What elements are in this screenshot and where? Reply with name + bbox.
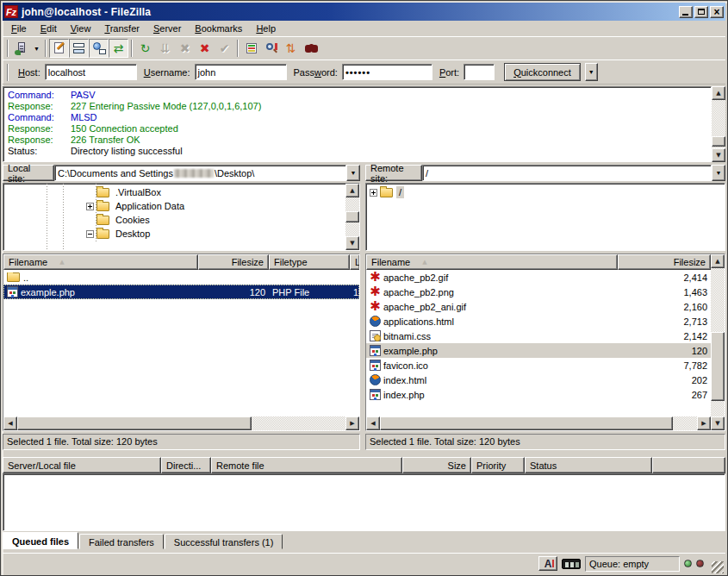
file-row[interactable]: applications.html2,713	[366, 314, 711, 329]
toggle-remote-tree-button[interactable]	[89, 39, 109, 58]
cancel-button[interactable]: ✖	[175, 39, 195, 58]
collapse-icon[interactable]	[86, 230, 94, 238]
expand-icon[interactable]	[370, 189, 377, 197]
host-input[interactable]: localhost	[45, 64, 137, 80]
resize-grip[interactable]	[712, 561, 724, 573]
column-header-filetype[interactable]: Filetype	[269, 254, 350, 270]
port-input[interactable]	[464, 64, 495, 80]
scroll-left-button[interactable]: ◀	[3, 416, 17, 430]
file-row[interactable]: bitnami.css2,142	[366, 329, 711, 343]
remote-site-combo[interactable]: / ▼	[422, 165, 725, 181]
filter-button[interactable]	[241, 39, 261, 58]
scroll-down-button[interactable]: ▼	[345, 236, 359, 250]
queue-column-server-local-file[interactable]: Server/Local file	[3, 457, 161, 473]
queue-column-size[interactable]: Size	[402, 457, 471, 473]
chevron-down-icon: ▼	[351, 170, 357, 176]
refresh-button[interactable]: ↻	[135, 39, 155, 58]
tree-item-cookies[interactable]: Cookies	[3, 213, 345, 227]
queue-column-priority[interactable]: Priority	[471, 457, 525, 473]
username-input[interactable]: john	[195, 64, 287, 80]
password-input[interactable]: ••••••	[342, 64, 432, 80]
local-site-path[interactable]: C:\Documents and Settings\Desktop\	[54, 165, 346, 181]
scroll-right-button[interactable]: ▶	[697, 416, 711, 430]
column-header-label: Filesize	[674, 257, 706, 267]
file-row[interactable]: example.php120	[366, 343, 711, 358]
column-header-filesize[interactable]: Filesize	[618, 254, 711, 270]
tab-failed-transfers[interactable]: Failed transfers	[79, 534, 164, 549]
local-list-hscrollbar[interactable]: ◀ ▶	[3, 416, 359, 430]
file-row[interactable]: ✱apache_pb2.png1,463	[366, 285, 711, 299]
scroll-up-button[interactable]: ▲	[711, 254, 725, 268]
remote-list-hscrollbar[interactable]: ◀ ▶	[366, 416, 711, 430]
folder-icon	[96, 202, 109, 211]
quickconnect-dropdown-button[interactable]: ▼	[585, 63, 598, 81]
reconnect-button[interactable]: ✔	[215, 39, 234, 58]
menu-item-file[interactable]: File	[4, 22, 34, 35]
local-tree-scrollbar[interactable]: ▲ ▼	[345, 184, 359, 250]
remote-site-path[interactable]: /	[422, 165, 712, 181]
file-row[interactable]: favicon.ico7,782	[366, 358, 711, 373]
scroll-thumb[interactable]	[712, 136, 725, 147]
remote-list-scrollbar[interactable]: ▲ ▼	[711, 254, 725, 430]
queue-column-directi-[interactable]: Directi...	[161, 457, 211, 473]
tab-successful-transfers-1-[interactable]: Successful transfers (1)	[165, 534, 283, 549]
file-row[interactable]: ..	[3, 270, 359, 285]
column-header-l[interactable]: L	[350, 254, 359, 270]
site-manager-dropdown-button[interactable]: ▼	[31, 39, 42, 58]
expand-icon[interactable]	[86, 203, 94, 210]
menu-item-server[interactable]: Server	[146, 22, 188, 35]
file-row[interactable]: index.php267	[366, 387, 711, 402]
scroll-thumb[interactable]	[711, 332, 725, 401]
close-button[interactable]: ×	[710, 6, 724, 18]
local-site-dropdown-button[interactable]: ▼	[346, 165, 360, 181]
message-log-scrollbar[interactable]: ▲ ▼	[712, 86, 725, 162]
scroll-up-button[interactable]: ▲	[345, 184, 359, 197]
queue-column-status[interactable]: Status	[525, 457, 652, 473]
scroll-up-button[interactable]: ▲	[712, 86, 725, 100]
tree-item--virtualbox[interactable]: .VirtualBox	[3, 185, 345, 199]
column-header-filename[interactable]: Filename▲	[366, 254, 618, 270]
site-manager-button[interactable]	[11, 39, 31, 58]
menu-item-view[interactable]: View	[64, 22, 98, 35]
sync-browsing-button[interactable]: ⇅	[281, 39, 301, 58]
scroll-thumb[interactable]	[380, 416, 673, 430]
menu-item-edit[interactable]: Edit	[34, 22, 64, 35]
toggle-message-log-button[interactable]	[49, 39, 69, 58]
tree-item-desktop[interactable]: Desktop	[3, 227, 345, 241]
scroll-left-button[interactable]: ◀	[366, 416, 380, 430]
file-row[interactable]: example.php120PHP File1	[3, 285, 359, 299]
remote-site-dropdown-button[interactable]: ▼	[712, 165, 725, 181]
scroll-thumb[interactable]	[17, 416, 252, 430]
scroll-right-button[interactable]: ▶	[345, 416, 359, 430]
quickconnect-button[interactable]: Quickconnect	[504, 63, 581, 81]
tree-item--[interactable]: /	[366, 185, 725, 199]
tree-item-application-data[interactable]: Application Data	[3, 199, 345, 213]
file-row[interactable]: ✱apache_pb2_ani.gif2,160	[366, 299, 711, 314]
menu-item-bookmarks[interactable]: Bookmarks	[188, 22, 249, 35]
local-site-combo[interactable]: C:\Documents and Settings\Desktop\ ▼	[54, 165, 360, 181]
minimize-button[interactable]	[679, 6, 693, 18]
disconnect-button[interactable]: ✖	[195, 39, 215, 58]
toggle-transfer-queue-button[interactable]: ⇄	[109, 39, 128, 58]
column-header-filename[interactable]: Filename▲	[3, 254, 198, 270]
local-file-list: ..example.php120PHP File1	[3, 270, 359, 416]
maximize-button[interactable]	[694, 6, 708, 18]
queue-column-remote-file[interactable]: Remote file	[211, 457, 402, 473]
scroll-thumb[interactable]	[345, 211, 359, 222]
scroll-down-button[interactable]: ▼	[711, 416, 725, 430]
menu-item-help[interactable]: Help	[249, 22, 283, 35]
speed-limit-indicator-icon[interactable]	[562, 559, 581, 569]
data-type-indicator-icon[interactable]: A	[538, 556, 557, 571]
column-header-filesize[interactable]: Filesize	[198, 254, 269, 270]
menu-item-transfer[interactable]: Transfer	[97, 22, 146, 35]
toggle-local-tree-button[interactable]	[69, 39, 89, 58]
file-row[interactable]: ✱apache_pb2.gif2,414	[366, 270, 711, 285]
find-button[interactable]	[301, 39, 320, 58]
transfer-queue-list[interactable]	[3, 473, 725, 531]
tab-queued-files[interactable]: Queued files	[3, 532, 78, 549]
process-queue-button[interactable]: ⇊	[155, 39, 175, 58]
compare-button[interactable]	[261, 39, 281, 58]
scroll-down-button[interactable]: ▼	[712, 148, 725, 162]
remote-list-header: Filename▲Filesize	[366, 254, 711, 270]
file-row[interactable]: index.html202	[366, 373, 711, 387]
